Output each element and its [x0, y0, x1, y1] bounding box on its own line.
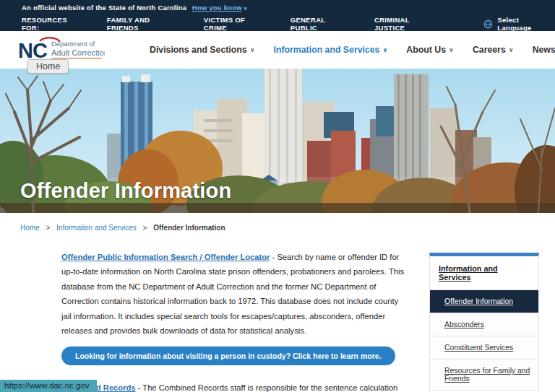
- sidebar-item-absconders[interactable]: Absconders: [430, 313, 538, 336]
- visitation-info-button[interactable]: Looking for information about visiting a…: [61, 347, 395, 365]
- resources-link-victims[interactable]: VICTIMS OF CRIME: [204, 16, 270, 32]
- nc-dac-logo[interactable]: NC Department of Adult Correction Home: [18, 34, 105, 66]
- breadcrumb-separator: >: [46, 224, 50, 232]
- nav-about-us[interactable]: About Us∨: [406, 45, 454, 55]
- utility-bar: An official website of the State of Nort…: [0, 0, 555, 31]
- chevron-down-icon: ∨: [449, 46, 454, 53]
- sidebar-header-information-and-services[interactable]: Information and Services: [430, 256, 538, 290]
- breadcrumb-separator: >: [143, 224, 147, 232]
- chevron-down-icon: ∨: [250, 46, 255, 53]
- official-text: An official website of the State of Nort…: [22, 4, 186, 12]
- page-title: Offender Information: [20, 179, 231, 203]
- offender-search-paragraph: Offender Public Information Search / Off…: [61, 250, 408, 338]
- breadcrumb: Home > Information and Services > Offend…: [0, 213, 555, 240]
- resources-link-public[interactable]: GENERAL PUBLIC: [291, 16, 354, 32]
- section-sidebar: Information and Services Offender Inform…: [429, 253, 539, 392]
- nav-news[interactable]: News∨: [533, 45, 555, 55]
- home-tooltip: Home: [27, 59, 69, 74]
- nav-information-and-services[interactable]: Information and Services∨: [274, 45, 388, 55]
- resources-link-family[interactable]: FAMILY AND FRIENDS: [107, 16, 184, 32]
- primary-nav: Divisions and Sections∨ Information and …: [150, 40, 555, 60]
- chevron-down-icon: ∨: [244, 6, 248, 12]
- offender-search-text: Search by name or offender ID for up-to-…: [61, 253, 404, 335]
- select-language-label: Select Language: [497, 16, 555, 32]
- offender-search-link[interactable]: Offender Public Information Search / Off…: [61, 253, 270, 261]
- site-header: NC Department of Adult Correction Home D…: [0, 31, 555, 69]
- breadcrumb-home[interactable]: Home: [20, 224, 40, 232]
- main-column: Offender Public Information Search / Off…: [61, 240, 408, 392]
- resources-nav: RESOURCES FOR: FAMILY AND FRIENDS VICTIM…: [22, 16, 555, 32]
- logo-dept-line2: Adult Correction: [51, 48, 105, 57]
- nav-careers[interactable]: Careers∨: [473, 45, 514, 55]
- sidebar-item-offender-information[interactable]: Offender Information: [430, 290, 538, 313]
- nav-divisions-and-sections[interactable]: Divisions and Sections∨: [150, 45, 255, 55]
- select-language-button[interactable]: Select Language: [483, 16, 555, 32]
- breadcrumb-current: Offender Information: [153, 224, 225, 232]
- logo-dept-line1: Department of: [51, 40, 95, 48]
- globe-icon: [483, 19, 493, 29]
- sidebar-item-constituent-services[interactable]: Constituent Services: [430, 336, 538, 360]
- official-banner: An official website of the State of Nort…: [22, 4, 555, 12]
- link-status-bar: https://www.dac.nc.gov: [0, 380, 97, 392]
- breadcrumb-information-and-services[interactable]: Information and Services: [56, 224, 137, 232]
- how-you-know-link[interactable]: How you know: [192, 4, 242, 12]
- sidebar-item-resources-for-family-and-friends[interactable]: Resources for Family and Friends: [430, 360, 538, 391]
- resources-label: RESOURCES FOR:: [22, 16, 87, 32]
- chevron-down-icon: ∨: [382, 46, 387, 53]
- chevron-down-icon: ∨: [509, 46, 514, 53]
- content-area: Offender Public Information Search / Off…: [0, 240, 555, 392]
- hero-banner: Offender Information: [0, 69, 555, 213]
- resources-link-justice[interactable]: CRIMINAL JUSTICE: [374, 16, 442, 32]
- combined-records-paragraph: Combined Records - The Combined Records …: [61, 380, 408, 392]
